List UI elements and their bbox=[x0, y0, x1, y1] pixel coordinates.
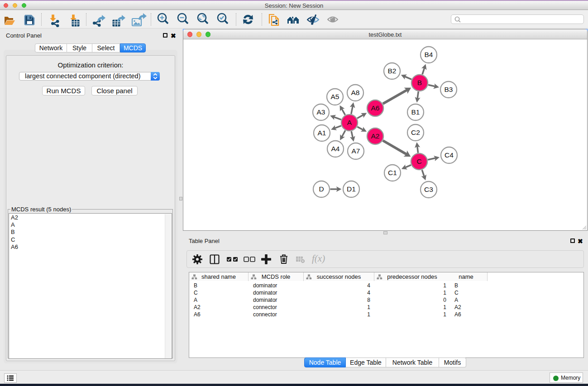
svg-text:C4: C4 bbox=[445, 151, 454, 159]
svg-text:A3: A3 bbox=[317, 108, 325, 116]
svg-text:C2: C2 bbox=[411, 129, 420, 136]
svg-text:A5: A5 bbox=[331, 93, 339, 100]
svg-text:A7: A7 bbox=[352, 147, 360, 155]
svg-text:B2: B2 bbox=[388, 67, 397, 75]
svg-text:D1: D1 bbox=[347, 185, 356, 193]
svg-text:C3: C3 bbox=[424, 186, 433, 193]
svg-text:A2: A2 bbox=[371, 132, 380, 140]
svg-text:B1: B1 bbox=[411, 108, 420, 116]
svg-text:C: C bbox=[416, 157, 421, 165]
svg-text:A1: A1 bbox=[318, 129, 326, 137]
svg-text:f(x): f(x) bbox=[312, 253, 325, 264]
svg-text:B4: B4 bbox=[425, 51, 433, 58]
svg-text:A4: A4 bbox=[331, 145, 340, 152]
svg-text:C1: C1 bbox=[388, 169, 397, 176]
svg-text:B: B bbox=[417, 79, 422, 86]
svg-text:A: A bbox=[347, 119, 352, 126]
svg-text:A6: A6 bbox=[371, 104, 380, 112]
svg-text:B3: B3 bbox=[445, 86, 453, 93]
svg-text:A8: A8 bbox=[351, 89, 360, 96]
svg-text:D: D bbox=[319, 185, 324, 193]
